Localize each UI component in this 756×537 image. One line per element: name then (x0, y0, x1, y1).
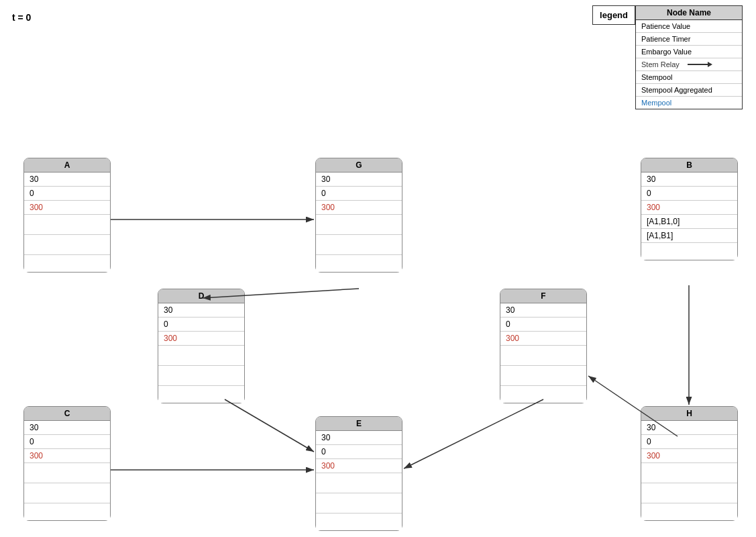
node-F-patience-value: 30 (500, 303, 586, 318)
legend-header: Node Name (636, 6, 742, 20)
node-E-header: E (316, 417, 402, 431)
node-G-mempool (316, 255, 402, 272)
node-A-embargo: 300 (24, 201, 110, 215)
node-C-mempool (24, 503, 110, 520)
node-C-stempool (24, 463, 110, 483)
node-E-stempool-agg (316, 493, 402, 514)
legend-arrow-row: Stem Relay (636, 58, 742, 71)
node-B-patience-value: 30 (641, 173, 737, 187)
node-D-patience-value: 30 (158, 303, 244, 318)
node-D-stempool-agg (158, 366, 244, 386)
node-B-embargo: 300 (641, 201, 737, 215)
node-D-stempool (158, 346, 244, 366)
node-E-stempool (316, 473, 402, 493)
node-E-patience-timer: 0 (316, 445, 402, 459)
node-D-patience-timer: 0 (158, 318, 244, 332)
legend-title: legend (592, 5, 635, 25)
legend-row-mempool: Mempool (636, 97, 742, 109)
node-H-patience-timer: 0 (641, 435, 737, 449)
node-E-mempool (316, 514, 402, 530)
node-A-patience-timer: 0 (24, 187, 110, 201)
node-A-stempool (24, 215, 110, 235)
node-D: D 30 0 300 (158, 289, 245, 403)
node-B-header: B (641, 158, 737, 173)
node-G-patience-value: 30 (316, 173, 402, 187)
node-H-patience-value: 30 (641, 421, 737, 435)
node-A: A 30 0 300 (23, 158, 111, 273)
node-B-stempool: [A1,B1,0] (641, 215, 737, 229)
node-C-header: C (24, 407, 110, 421)
arrow-D-to-E (225, 399, 314, 452)
node-C: C 30 0 300 (23, 406, 111, 521)
node-C-patience-timer: 0 (24, 435, 110, 449)
node-F-header: F (500, 289, 586, 303)
node-C-stempool-agg (24, 483, 110, 503)
node-A-header: A (24, 158, 110, 173)
node-F-stempool-agg (500, 366, 586, 386)
node-E: E 30 0 300 (315, 416, 402, 531)
node-G-embargo: 300 (316, 201, 402, 215)
node-H-embargo: 300 (641, 449, 737, 463)
node-C-embargo: 300 (24, 449, 110, 463)
timestamp: t = 0 (12, 12, 31, 23)
node-F-mempool (500, 386, 586, 403)
arrow-F-to-E (404, 399, 543, 469)
node-G-patience-timer: 0 (316, 187, 402, 201)
legend-container: legend Node Name Patience Value Patience… (592, 5, 743, 109)
node-E-embargo: 300 (316, 459, 402, 473)
node-G-header: G (316, 158, 402, 173)
node-F-stempool (500, 346, 586, 366)
node-H-stempool-agg (641, 483, 737, 503)
node-F-patience-timer: 0 (500, 318, 586, 332)
node-H-stempool (641, 463, 737, 483)
stem-relay-label: Stem Relay (641, 60, 680, 68)
node-H: H 30 0 300 (641, 406, 738, 521)
node-A-patience-value: 30 (24, 173, 110, 187)
node-H-header: H (641, 407, 737, 421)
node-E-patience-value: 30 (316, 431, 402, 445)
node-D-embargo: 300 (158, 332, 244, 346)
node-C-patience-value: 30 (24, 421, 110, 435)
legend-table: Node Name Patience Value Patience Timer … (635, 5, 743, 109)
node-B: B 30 0 300 [A1,B1,0] [A1,B1] (641, 158, 738, 260)
arrow-line (688, 62, 712, 67)
legend-row-embargo-value: Embargo Value (636, 46, 742, 58)
node-D-mempool (158, 386, 244, 403)
legend-row-stempool: Stempool (636, 71, 742, 84)
legend-row-patience-timer: Patience Timer (636, 33, 742, 46)
legend-row-patience-value: Patience Value (636, 20, 742, 33)
node-A-stempool-agg (24, 235, 110, 255)
legend-row-stempool-agg: Stempool Aggregated (636, 84, 742, 97)
node-G-stempool-agg (316, 235, 402, 255)
node-G-stempool (316, 215, 402, 235)
node-F: F 30 0 300 (500, 289, 587, 403)
node-A-mempool (24, 255, 110, 272)
node-B-mempool (641, 243, 737, 260)
node-H-mempool (641, 503, 737, 520)
node-G: G 30 0 300 (315, 158, 402, 273)
node-F-embargo: 300 (500, 332, 586, 346)
node-B-patience-timer: 0 (641, 187, 737, 201)
node-B-stempool-agg: [A1,B1] (641, 229, 737, 243)
node-D-header: D (158, 289, 244, 303)
